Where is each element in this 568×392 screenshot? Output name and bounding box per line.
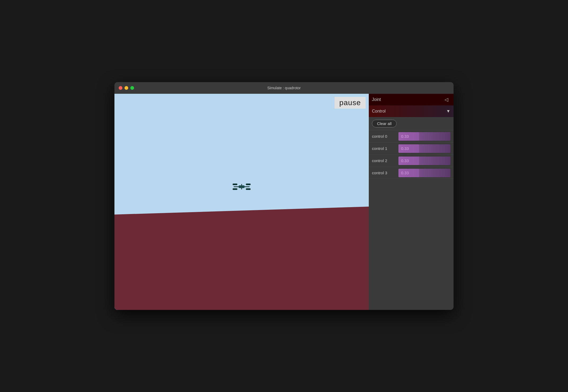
control-row: control 10.33 (369, 142, 454, 155)
control-name-0: control 0 (372, 134, 398, 139)
control-slider-fill-1 (398, 144, 419, 153)
joint-label: Joint (372, 97, 442, 102)
titlebar: Simulate : quadrotor (114, 82, 454, 94)
drone-propeller-br (246, 188, 251, 190)
minimize-button[interactable] (125, 86, 128, 90)
control-header-row: Control ▼ (369, 105, 454, 117)
right-panel: Joint ◁ Control ▼ Clear all control 00.3… (369, 94, 454, 310)
control-row: control 20.33 (369, 155, 454, 167)
control-row: control 30.33 (369, 167, 454, 179)
control-label: Control (372, 109, 446, 114)
quadrotor-drone (234, 184, 250, 189)
control-name-3: control 3 (372, 171, 398, 175)
app-window: Simulate : quadrotor pause (114, 82, 454, 310)
control-slider-fill-3 (398, 169, 419, 177)
dropdown-button[interactable]: ▼ (446, 109, 450, 114)
control-slider-fill-2 (398, 157, 419, 165)
control-name-2: control 2 (372, 158, 398, 163)
control-name-1: control 1 (372, 146, 398, 151)
drone-propeller-tl (233, 184, 237, 185)
control-row: control 00.33 (369, 130, 454, 142)
traffic-lights (119, 86, 134, 90)
back-button[interactable]: ◁ (442, 96, 450, 104)
control-slider-1[interactable]: 0.33 (398, 144, 450, 153)
content-area: pause Joint ◁ Control ▼ Clear all contro… (114, 94, 454, 310)
control-slider-fill-0 (398, 132, 419, 141)
maximize-button[interactable] (130, 86, 134, 90)
pause-button[interactable]: pause (335, 97, 366, 109)
control-slider-2[interactable]: 0.33 (398, 157, 450, 165)
window-title: Simulate : quadrotor (267, 86, 301, 90)
ground-terrain (114, 199, 369, 310)
clear-all-button[interactable]: Clear all (372, 120, 397, 127)
control-slider-3[interactable]: 0.33 (398, 169, 450, 177)
drone-body (234, 184, 250, 189)
clear-all-row: Clear all (369, 117, 454, 130)
joint-row: Joint ◁ (369, 94, 454, 105)
drone-propeller-tr (246, 184, 251, 185)
controls-list: control 00.33control 10.33control 20.33c… (369, 130, 454, 179)
drone-propeller-bl (233, 188, 237, 190)
close-button[interactable] (119, 86, 122, 90)
simulation-viewport: pause (114, 94, 369, 310)
control-slider-0[interactable]: 0.33 (398, 132, 450, 141)
drone-center-body (239, 185, 245, 188)
